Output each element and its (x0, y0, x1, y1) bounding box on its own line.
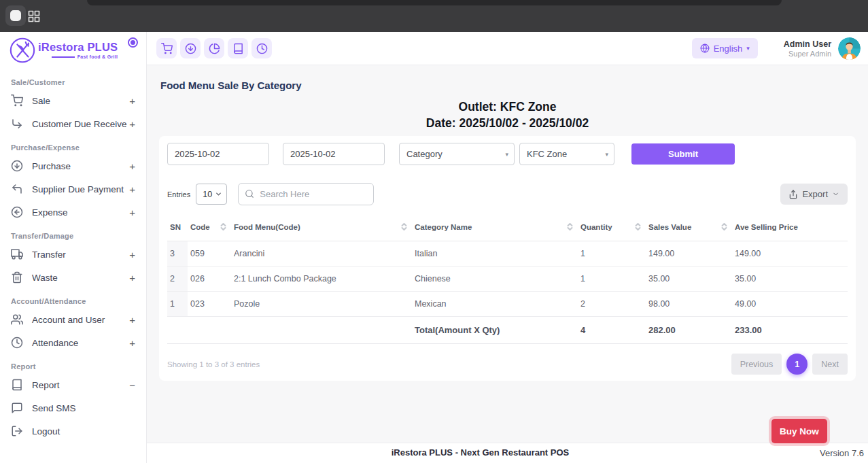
entries-info: Showing 1 to 3 of 3 entries (167, 360, 260, 368)
table-total-row: Total(Amount X Qty) 4 282.00 233.00 (167, 317, 848, 344)
column-header-sn: SN (167, 218, 188, 241)
sidebar-item-supplier-due-payment[interactable]: Supplier Due Payment + (11, 177, 135, 201)
sidebar-item-logout[interactable]: Logout (11, 419, 135, 443)
sidebar-item-customer-due-receive[interactable]: Customer Due Receive + (11, 112, 135, 135)
user-menu[interactable]: Admin User Super Admin (784, 39, 831, 58)
section-label-sale-customer: Sale/Customer (11, 78, 135, 86)
page-title: Food Menu Sale By Category (160, 80, 868, 91)
sidebar-item-waste[interactable]: Waste + (11, 266, 135, 289)
sort-icon[interactable] (399, 222, 409, 232)
corner-down-right-icon (11, 118, 23, 130)
footer: iRestora PLUS - Next Gen Restaurant POS … (147, 443, 868, 463)
logout-icon (11, 425, 23, 437)
current-page-button[interactable]: 1 (786, 354, 808, 375)
corner-up-left-icon (11, 183, 23, 195)
language-selector[interactable]: English ▾ (692, 38, 758, 58)
sidebar: iRestora PLUS Fast food & Grill Sale/Cus… (0, 32, 147, 463)
expand-plus-icon[interactable]: + (129, 161, 135, 171)
report-type-select[interactable]: Category ▾ (399, 143, 515, 165)
column-header-sales-value[interactable]: Sales Value (646, 218, 732, 241)
brand-logo-icon (8, 36, 37, 65)
globe-icon (700, 44, 710, 53)
caret-down-icon: ▾ (505, 151, 508, 158)
sidebar-item-report[interactable]: Report − (11, 373, 135, 396)
sort-icon[interactable] (633, 222, 643, 232)
book-icon (11, 379, 23, 391)
expand-plus-icon[interactable]: + (129, 338, 135, 348)
quick-report-button[interactable] (228, 38, 248, 58)
sidebar-pin-toggle[interactable] (128, 37, 138, 48)
sidebar-nav: Sale/Customer Sale + Customer Due Receiv… (0, 65, 146, 443)
main-header: English ▾ Admin User Super Admin (147, 32, 868, 65)
column-header-category-name[interactable]: Category Name (412, 218, 578, 241)
expand-plus-icon[interactable]: + (129, 119, 135, 129)
export-button[interactable]: Export (780, 184, 848, 205)
search-icon (245, 189, 254, 199)
total-sales-value: 282.00 (646, 317, 732, 344)
table-header-row: SN Code Food Menu(Code) Category Name Qu… (167, 218, 848, 241)
submit-button[interactable]: Submit (631, 143, 735, 165)
arrow-down-circle-icon (11, 160, 23, 172)
quick-purchase-button[interactable] (180, 38, 201, 58)
sidebar-item-sale[interactable]: Sale + (11, 89, 135, 112)
footer-brand-line: iRestora PLUS - Next Gen Restaurant POS (392, 447, 570, 458)
next-page-button[interactable]: Next (812, 354, 848, 375)
to-date-input[interactable] (283, 143, 385, 165)
search-input[interactable] (238, 183, 374, 205)
column-header-food-menu[interactable]: Food Menu(Code) (231, 218, 412, 241)
quick-sale-button[interactable] (156, 38, 177, 58)
sort-icon[interactable] (218, 222, 228, 232)
from-date-input[interactable] (167, 143, 269, 165)
user-name: Admin User (784, 39, 831, 49)
pagination: Showing 1 to 3 of 3 entries Previous 1 N… (167, 354, 848, 375)
sidebar-item-attendance[interactable]: Attendance + (11, 331, 135, 354)
avatar[interactable] (838, 37, 861, 60)
expand-plus-icon[interactable]: + (129, 273, 135, 283)
export-icon (788, 190, 798, 199)
previous-page-button[interactable]: Previous (731, 354, 782, 375)
clock-icon (11, 337, 23, 349)
trash-icon (11, 271, 23, 284)
expand-plus-icon[interactable]: + (129, 250, 135, 260)
sidebar-toggle-button[interactable] (5, 5, 26, 26)
expand-plus-icon[interactable]: + (129, 184, 135, 194)
brand-name: iRestora PLUS (38, 41, 118, 54)
outlet-select[interactable]: KFC Zone ▾ (519, 143, 614, 165)
users-icon (11, 313, 23, 326)
expand-plus-icon[interactable]: + (129, 315, 135, 325)
table-controls: Entries 10 Export (167, 183, 848, 205)
column-header-code[interactable]: Code (188, 218, 231, 241)
table-row: 3 059 Arancini Italian 1 149.00 149.00 (167, 241, 848, 267)
cart-icon (11, 95, 23, 107)
caret-down-icon: ▾ (605, 151, 608, 158)
brand[interactable]: iRestora PLUS Fast food & Grill (0, 32, 146, 65)
entries-per-page-select[interactable]: 10 (196, 184, 227, 205)
sidebar-item-transfer[interactable]: Transfer + (11, 243, 135, 266)
collapse-minus-icon[interactable]: − (129, 380, 135, 390)
buy-now-button[interactable]: Buy Now (771, 419, 827, 443)
column-header-quantity[interactable]: Quantity (578, 218, 646, 241)
arrow-left-circle-icon (11, 206, 23, 218)
filter-row: Category ▾ KFC Zone ▾ Submit (167, 143, 848, 165)
quick-links (156, 38, 272, 58)
topbar-tab-shape (87, 0, 782, 5)
expand-plus-icon[interactable]: + (129, 96, 135, 106)
outlet-line: Outlet: KFC Zone (147, 100, 868, 114)
caret-down-icon: ▾ (746, 45, 750, 52)
content-area: Food Menu Sale By Category Outlet: KFC Z… (147, 65, 868, 443)
quick-attendance-button[interactable] (251, 38, 272, 58)
sidebar-item-purchase[interactable]: Purchase + (11, 154, 135, 177)
sort-icon[interactable] (719, 222, 729, 232)
quick-dashboard-button[interactable] (204, 38, 224, 58)
entries-label: Entries (167, 190, 190, 199)
sidebar-item-account-and-user[interactable]: Account and User + (11, 308, 135, 331)
expand-plus-icon[interactable]: + (129, 207, 135, 218)
sort-icon[interactable] (565, 222, 575, 232)
apps-grid-icon[interactable] (28, 10, 40, 22)
sidebar-item-send-sms[interactable]: Send SMS (11, 396, 135, 419)
topbar (0, 0, 868, 32)
cart-icon (161, 43, 173, 54)
sidebar-item-expense[interactable]: Expense + (11, 201, 135, 224)
table-row: 1 023 Pozole Mexican 2 98.00 49.00 (167, 292, 848, 317)
section-label-report: Report (11, 362, 135, 371)
